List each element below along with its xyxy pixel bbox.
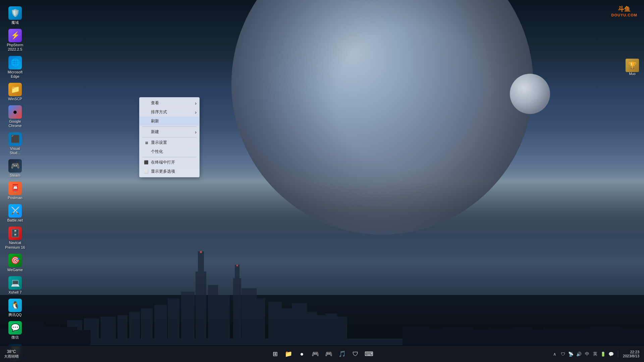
icon-image-icon-edge: 🌐 bbox=[8, 56, 22, 69]
desktop-icon-icon-wegame[interactable]: 🎯 WeGame bbox=[2, 252, 29, 274]
icon-label-icon-360: 魔域 bbox=[11, 20, 19, 25]
desktop-icon-icon-chrome[interactable]: ● GoogleChrome bbox=[2, 104, 29, 129]
icon-label-icon-chrome: GoogleChrome bbox=[8, 119, 21, 128]
icon-image-icon-winSCP: 📁 bbox=[8, 83, 22, 96]
context-item-icon-personalize bbox=[144, 149, 149, 155]
taskbar-right: ∧🛡📡🔊中英🔋💬 22:23 2023/8/13 bbox=[551, 350, 644, 358]
icon-label-icon-phpstorm: PhpStorm2022.2.5 bbox=[7, 43, 23, 52]
tray-icon-keyboard2[interactable]: 英 bbox=[592, 351, 598, 357]
weather-widget[interactable]: 38°C 大雨转晴 bbox=[3, 349, 20, 359]
tray-icon-notification[interactable]: 💬 bbox=[608, 351, 614, 357]
moon-graphic bbox=[510, 74, 550, 114]
taskbar-icon-games[interactable]: 🎮 bbox=[309, 348, 321, 360]
svg-rect-9 bbox=[241, 288, 257, 345]
tray-icon-audio[interactable]: 🔊 bbox=[576, 351, 582, 357]
svg-point-5 bbox=[236, 265, 238, 266]
desktop-icon-icon-phpstorm[interactable]: ⚡ PhpStorm2022.2.5 bbox=[2, 27, 29, 53]
right-desktop-icon[interactable]: 🏆 Muo bbox=[626, 59, 639, 76]
desktop-icon-icon-360[interactable]: 🛡️ 魔域 bbox=[2, 5, 29, 26]
tray-icon-battery[interactable]: 🔋 bbox=[600, 351, 606, 357]
icon-image-icon-steam: 🎮 bbox=[8, 159, 22, 173]
taskbar-icon-steam[interactable]: 🎮 bbox=[323, 348, 335, 360]
desktop-icon-icon-postman[interactable]: 📮 Postman bbox=[2, 180, 29, 201]
icon-image-icon-chrome: ● bbox=[8, 105, 22, 119]
icon-label-icon-postman: Postman bbox=[8, 196, 22, 200]
icon-image-icon-postman: 📮 bbox=[8, 182, 22, 195]
icon-image-icon-360: 🛡️ bbox=[8, 6, 22, 20]
tray-icon-antivirus[interactable]: 🛡 bbox=[559, 351, 566, 357]
context-item-new[interactable]: 新建 bbox=[140, 127, 199, 136]
context-item-label-refresh: 刷新 bbox=[151, 118, 159, 124]
icon-label-icon-navicat: NavicatPremium 16 bbox=[5, 241, 25, 249]
icon-image-icon-vscode: ⬛ bbox=[8, 132, 22, 146]
desktop-icon-icon-shell[interactable]: 💻 Xshell 7 bbox=[2, 275, 29, 296]
tray-icon-keyboard1[interactable]: 中 bbox=[584, 351, 590, 357]
taskbar-icon-chrome[interactable]: ● bbox=[296, 348, 308, 360]
svg-rect-7 bbox=[208, 285, 218, 345]
context-item-sort[interactable]: 排序方式 bbox=[140, 108, 199, 117]
svg-rect-6 bbox=[181, 292, 195, 345]
context-item-label-personalize: 个性化 bbox=[151, 149, 163, 155]
right-icon-label: Muo bbox=[629, 72, 635, 76]
context-item-terminal[interactable]: ⬛ 在终端中打开 bbox=[140, 158, 199, 167]
desktop-icon-icon-navicat[interactable]: 🗄️ NavicatPremium 16 bbox=[2, 225, 29, 251]
clock-time: 22:23 bbox=[623, 350, 639, 354]
weather-temperature: 38°C bbox=[4, 349, 19, 354]
desktop-icon-icon-winSCP[interactable]: 📁 WinSCP bbox=[2, 81, 29, 103]
desktop-icon-icon-wechat[interactable]: 💬 微信 bbox=[2, 320, 29, 341]
taskbar-icon-input[interactable]: ⌨ bbox=[363, 348, 375, 360]
context-item-personalize[interactable]: 个性化 bbox=[140, 147, 199, 156]
context-item-label-sort: 排序方式 bbox=[151, 109, 167, 115]
icon-image-icon-navicat: 🗄️ bbox=[8, 227, 22, 240]
icon-label-icon-shell: Xshell 7 bbox=[8, 290, 21, 295]
context-item-label-view: 查看 bbox=[151, 100, 159, 106]
icon-label-icon-battlenet: Battle.net bbox=[7, 218, 23, 223]
context-separator-separator2 bbox=[142, 137, 197, 137]
context-item-label-display: 显示设置 bbox=[151, 140, 167, 145]
context-separator-separator3 bbox=[142, 157, 197, 157]
icon-label-icon-edge: MicrosoftEdge bbox=[8, 70, 23, 79]
taskbar: 38°C 大雨转晴 ⊞📁●🎮🎮🎵🛡⌨ ∧🛡📡🔊中英🔋💬 22:23 2023/8… bbox=[0, 346, 644, 362]
icon-label-icon-wegame: WeGame bbox=[7, 268, 23, 272]
douyu-logo-text: 斗鱼 bbox=[611, 5, 637, 13]
context-item-icon-view bbox=[144, 101, 149, 106]
icon-image-icon-qq: 🐧 bbox=[8, 299, 22, 312]
desktop-icon-icon-vscode[interactable]: ⬛ VisualStud... bbox=[2, 131, 29, 157]
taskbar-icon-files[interactable]: 📁 bbox=[282, 348, 294, 360]
desktop-icon-list: 🛡️ 魔域 ⚡ PhpStorm2022.2.5 🌐 MicrosoftEdge… bbox=[0, 3, 30, 362]
context-item-view[interactable]: 查看 bbox=[140, 99, 199, 108]
icon-label-icon-steam: Steam bbox=[10, 173, 20, 178]
context-item-refresh[interactable]: 刷新 bbox=[140, 117, 199, 126]
desktop-icon-icon-steam[interactable]: 🎮 Steam bbox=[2, 158, 29, 179]
tray-icon-network[interactable]: 📡 bbox=[568, 351, 574, 357]
taskbar-icon-security[interactable]: 🛡 bbox=[350, 348, 362, 360]
svg-point-2 bbox=[200, 251, 202, 253]
clock-date: 2023/8/13 bbox=[623, 354, 639, 358]
tray-divider bbox=[618, 351, 618, 357]
context-item-icon-new bbox=[144, 129, 149, 135]
tray-icon-expand[interactable]: ∧ bbox=[551, 351, 558, 357]
svg-rect-4 bbox=[233, 278, 241, 345]
icon-label-icon-qq: 腾讯QQ bbox=[8, 313, 21, 317]
context-item-icon-sort bbox=[144, 110, 149, 115]
taskbar-icon-start[interactable]: ⊞ bbox=[269, 348, 281, 360]
context-item-label-terminal: 在终端中打开 bbox=[151, 160, 175, 165]
svg-rect-11 bbox=[168, 298, 179, 345]
douyu-logo-url: DOUYU.COM bbox=[611, 13, 637, 17]
desktop-icon-icon-qq[interactable]: 🐧 腾讯QQ bbox=[2, 297, 29, 318]
icon-label-icon-winSCP: WinSCP bbox=[8, 97, 22, 101]
system-tray: ∧🛡📡🔊中英🔋💬 bbox=[551, 351, 614, 357]
context-item-more[interactable]: ⬜ 显示更多选项 bbox=[140, 167, 199, 176]
desktop-icon-icon-battlenet[interactable]: ⚔️ Battle.net bbox=[2, 203, 29, 224]
desktop-icon-icon-edge[interactable]: 🌐 MicrosoftEdge bbox=[2, 55, 29, 80]
taskbar-icon-music[interactable]: 🎵 bbox=[336, 348, 348, 360]
icon-image-icon-wegame: 🎯 bbox=[8, 254, 22, 267]
context-item-icon-more: ⬜ bbox=[144, 169, 149, 174]
context-menu: 查看 排序方式 刷新 新建 🖥 显示设置 个性化 ⬛ 在终端中打开 ⬜ 显示更多… bbox=[139, 97, 200, 177]
taskbar-center-icons: ⊞📁●🎮🎮🎵🛡⌨ bbox=[269, 348, 375, 360]
context-item-icon-refresh bbox=[144, 119, 149, 124]
context-item-display[interactable]: 🖥 显示设置 bbox=[140, 138, 199, 147]
context-separator-separator1 bbox=[142, 126, 197, 127]
system-clock[interactable]: 22:23 2023/8/13 bbox=[622, 350, 641, 358]
icon-label-icon-wechat: 微信 bbox=[11, 335, 19, 340]
